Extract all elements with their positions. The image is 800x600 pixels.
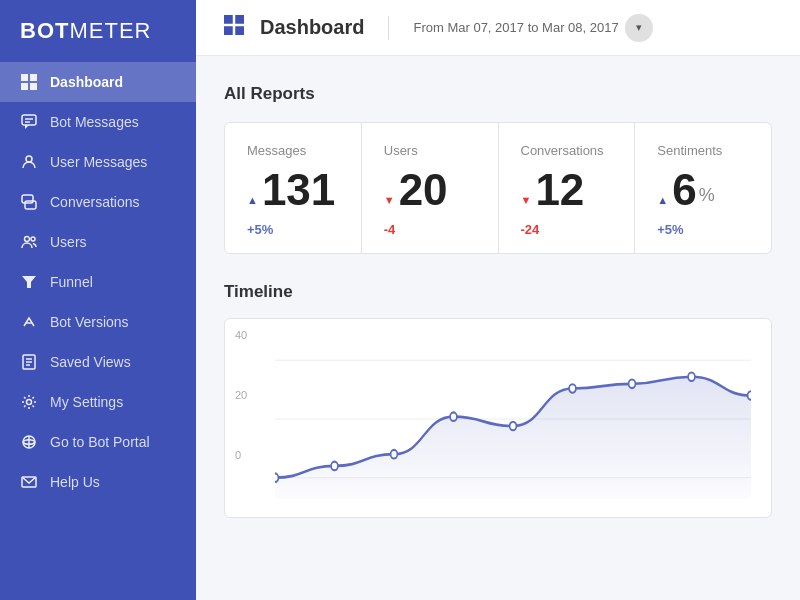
metric-trend-indicator: ▲ (247, 194, 258, 206)
y-label-40: 40 (235, 329, 247, 341)
timeline-title: Timeline (224, 282, 772, 302)
metric-trend-indicator: ▲ (657, 194, 668, 206)
dashboard-icon (20, 73, 38, 91)
user-messages-icon (20, 153, 38, 171)
page-title: Dashboard (260, 16, 364, 39)
funnel-icon (20, 273, 38, 291)
date-range: From Mar 07, 2017 to Mar 08, 2017 ▾ (413, 14, 652, 42)
y-label-20: 20 (235, 389, 247, 401)
chart-dot-6 (629, 380, 636, 389)
svg-point-11 (31, 237, 35, 241)
help-icon (20, 473, 38, 491)
metric-card-conversations: Conversations▼12-24 (499, 123, 636, 253)
sidebar-item-label: Funnel (50, 274, 93, 290)
sidebar-item-users[interactable]: Users (0, 222, 196, 262)
sidebar-item-bot-messages[interactable]: Bot Messages (0, 102, 196, 142)
svg-rect-0 (21, 74, 28, 81)
logo-thin: METER (69, 18, 151, 43)
sidebar-item-dashboard[interactable]: Dashboard (0, 62, 196, 102)
sidebar-item-label: Bot Messages (50, 114, 139, 130)
svg-rect-8 (22, 195, 33, 203)
sidebar-item-label: User Messages (50, 154, 147, 170)
y-label-0: 0 (235, 449, 241, 461)
svg-rect-4 (22, 115, 36, 125)
bot-versions-icon (20, 313, 38, 331)
logo-text: BOTMETER (20, 18, 151, 44)
sidebar-item-label: Users (50, 234, 87, 250)
sidebar-item-conversations[interactable]: Conversations (0, 182, 196, 222)
metric-label: Sentiments (657, 143, 722, 158)
sidebar-item-bot-versions[interactable]: Bot Versions (0, 302, 196, 342)
metric-value-row: ▼20 (384, 168, 448, 212)
sidebar-item-label: Bot Versions (50, 314, 129, 330)
all-reports-title: All Reports (224, 84, 772, 104)
logo-bold: BOT (20, 18, 69, 43)
sidebar-item-label: Conversations (50, 194, 140, 210)
metric-label: Messages (247, 143, 306, 158)
bot-messages-icon (20, 113, 38, 131)
chart-dot-0 (275, 473, 278, 482)
sidebar-item-label: Saved Views (50, 354, 131, 370)
dashboard-header-icon (224, 15, 244, 40)
metric-change: +5% (247, 222, 273, 237)
metric-trend-indicator: ▼ (521, 194, 532, 206)
sidebar-item-help-us[interactable]: Help Us (0, 462, 196, 502)
svg-marker-12 (22, 276, 36, 288)
sidebar-item-user-messages[interactable]: User Messages (0, 142, 196, 182)
conversations-icon (20, 193, 38, 211)
chart-dot-2 (391, 450, 398, 459)
metric-label: Conversations (521, 143, 604, 158)
metric-change: -24 (521, 222, 540, 237)
header-divider (388, 16, 389, 40)
sidebar-item-saved-views[interactable]: Saved Views (0, 342, 196, 382)
metric-value: 131 (262, 168, 335, 212)
metric-trend-indicator: ▼ (384, 194, 395, 206)
svg-point-18 (27, 400, 32, 405)
svg-rect-24 (224, 26, 233, 35)
metric-value: 20 (399, 168, 448, 212)
svg-point-10 (25, 237, 30, 242)
settings-icon (20, 393, 38, 411)
metric-change: +5% (657, 222, 683, 237)
saved-views-icon (20, 353, 38, 371)
svg-rect-25 (235, 26, 244, 35)
metric-value-row: ▼12 (521, 168, 585, 212)
sidebar-item-label: Help Us (50, 474, 100, 490)
main-area: Dashboard From Mar 07, 2017 to Mar 08, 2… (196, 0, 800, 600)
sidebar-item-label: My Settings (50, 394, 123, 410)
metric-pct-symbol: % (699, 185, 715, 206)
svg-rect-3 (30, 83, 37, 90)
metric-cards: Messages▲131+5%Users▼20-4Conversations▼1… (224, 122, 772, 254)
chart-dot-1 (331, 462, 338, 471)
metric-value-row: ▲6% (657, 168, 714, 212)
date-dropdown-button[interactable]: ▾ (625, 14, 653, 42)
svg-rect-23 (235, 15, 244, 24)
sidebar-item-funnel[interactable]: Funnel (0, 262, 196, 302)
sidebar-item-my-settings[interactable]: My Settings (0, 382, 196, 422)
content-area: All Reports Messages▲131+5%Users▼20-4Con… (196, 56, 800, 600)
sidebar-item-label: Go to Bot Portal (50, 434, 150, 450)
chart-dot-8 (748, 391, 751, 400)
metric-change: -4 (384, 222, 396, 237)
users-icon (20, 233, 38, 251)
svg-point-7 (26, 156, 32, 162)
metric-card-users: Users▼20-4 (362, 123, 499, 253)
chart-area-fill (275, 377, 751, 499)
timeline-chart (275, 339, 751, 499)
metric-value: 12 (535, 168, 584, 212)
svg-rect-1 (30, 74, 37, 81)
chart-dot-7 (688, 372, 695, 381)
metric-value-row: ▲131 (247, 168, 335, 212)
metric-card-messages: Messages▲131+5% (225, 123, 362, 253)
timeline-section: Timeline 40 20 0 (224, 282, 772, 518)
chart-dot-3 (450, 412, 457, 421)
logo: BOTMETER (0, 0, 196, 62)
chart-dot-4 (510, 422, 517, 431)
svg-rect-2 (21, 83, 28, 90)
sidebar-item-go-to-bot-portal[interactable]: Go to Bot Portal (0, 422, 196, 462)
header: Dashboard From Mar 07, 2017 to Mar 08, 2… (196, 0, 800, 56)
svg-rect-9 (25, 201, 36, 209)
metric-card-sentiments: Sentiments▲6%+5% (635, 123, 771, 253)
svg-rect-22 (224, 15, 233, 24)
sidebar: BOTMETER Dashboard Bot Messages User Mes… (0, 0, 196, 600)
